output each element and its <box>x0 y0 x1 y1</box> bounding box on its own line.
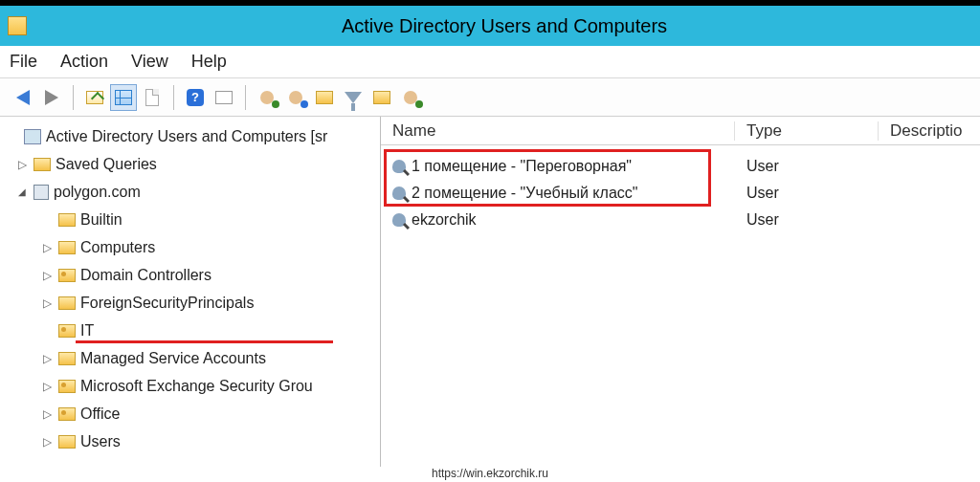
tree-builtin[interactable]: Builtin <box>4 206 376 233</box>
add-to-group-icon <box>404 91 417 104</box>
tree-computers[interactable]: Computers <box>4 233 376 261</box>
folder-icon <box>33 158 51 171</box>
root-icon <box>24 129 41 144</box>
toolbar: ? <box>0 78 980 117</box>
tree-domain-controllers[interactable]: Domain Controllers <box>4 261 376 289</box>
list-header: Name Type Descriptio <box>381 117 980 145</box>
new-ou-button[interactable] <box>311 84 338 111</box>
user-icon <box>392 213 406 227</box>
separator <box>245 85 246 110</box>
expander-icon[interactable] <box>15 158 29 171</box>
tree-fsp[interactable]: ForeignSecurityPrincipals <box>4 289 376 317</box>
page-icon <box>145 89 159 106</box>
user-icon <box>392 160 406 173</box>
tree-label: polygon.com <box>54 184 141 201</box>
app-icon <box>8 16 27 35</box>
tree-it[interactable]: IT <box>4 317 376 344</box>
list-item-type: User <box>735 185 879 202</box>
filter-icon <box>345 92 362 103</box>
tree-office[interactable]: Office <box>4 400 376 427</box>
folder-icon <box>58 296 76 310</box>
ou-icon <box>58 407 76 421</box>
tree-label: Users <box>80 433 121 450</box>
domain-icon <box>33 185 49 200</box>
expander-icon[interactable] <box>40 269 54 282</box>
footer-url: https://win.ekzorchik.ru <box>0 467 980 482</box>
window-title: Active Directory Users and Computers <box>36 15 972 37</box>
list-body: 1 помещение - "Переговорная" User 2 поме… <box>381 145 980 241</box>
new-group-button[interactable] <box>282 84 309 111</box>
tree-saved-queries[interactable]: Saved Queries <box>4 150 376 178</box>
expander-icon[interactable] <box>40 352 54 365</box>
user-icon <box>392 186 406 200</box>
new-group-icon <box>289 91 302 104</box>
find-button[interactable] <box>368 84 395 111</box>
col-header-name[interactable]: Name <box>381 121 735 141</box>
tree-label: Builtin <box>80 211 122 229</box>
help-button[interactable]: ? <box>182 84 209 111</box>
menu-help[interactable]: Help <box>191 52 227 72</box>
help-icon: ? <box>187 89 204 106</box>
tree-label: Computers <box>80 239 155 256</box>
separator <box>173 85 174 110</box>
expander-icon[interactable] <box>40 241 54 254</box>
menubar: File Action View Help <box>0 46 980 78</box>
tree-exchange[interactable]: Microsoft Exchange Security Grou <box>4 372 376 400</box>
folder-icon <box>58 435 76 449</box>
expander-icon[interactable] <box>40 296 54 310</box>
folder-icon <box>58 241 76 254</box>
properties-button[interactable] <box>211 84 237 111</box>
list-item-name: ekzorchik <box>412 211 477 229</box>
titlebar: Active Directory Users and Computers <box>0 6 980 46</box>
list-item[interactable]: ekzorchik User <box>387 207 974 233</box>
expander-blank <box>40 213 54 227</box>
folder-icon <box>58 213 76 227</box>
expander-blank <box>6 130 19 143</box>
expander-icon[interactable] <box>15 186 29 199</box>
content-area: Active Directory Users and Computers [sr… <box>0 117 980 467</box>
ou-icon <box>58 380 76 393</box>
tree-pane: Active Directory Users and Computers [sr… <box>0 117 381 467</box>
new-user-icon <box>260 91 274 104</box>
grid-icon <box>115 90 132 105</box>
ou-icon <box>58 269 76 282</box>
highlight-box <box>384 149 711 207</box>
separator <box>73 85 74 110</box>
filter-button[interactable] <box>340 84 367 111</box>
show-hide-tree-button[interactable] <box>110 84 137 111</box>
tree-msa[interactable]: Managed Service Accounts <box>4 344 376 372</box>
expander-blank <box>40 324 54 338</box>
expander-icon[interactable] <box>40 407 54 421</box>
arrow-right-icon <box>45 90 58 105</box>
tree-label: Domain Controllers <box>80 267 212 284</box>
expander-icon[interactable] <box>40 380 54 393</box>
tree-domain[interactable]: polygon.com <box>4 178 376 206</box>
menu-file[interactable]: File <box>10 52 37 72</box>
up-level-button[interactable] <box>81 84 108 111</box>
folder-icon <box>58 352 76 365</box>
expander-icon[interactable] <box>40 435 54 449</box>
list-item-type: User <box>735 158 879 175</box>
new-ou-icon <box>316 91 333 104</box>
find-icon <box>373 91 390 104</box>
nav-forward-button[interactable] <box>38 84 65 111</box>
col-header-type[interactable]: Type <box>735 121 879 141</box>
tree-users[interactable]: Users <box>4 427 376 455</box>
list-item-type: User <box>735 211 879 229</box>
col-header-description[interactable]: Descriptio <box>879 121 980 141</box>
nav-back-button[interactable] <box>10 84 36 111</box>
export-list-button[interactable] <box>139 84 166 111</box>
tree-label: ForeignSecurityPrincipals <box>80 295 254 312</box>
tree-label: Office <box>80 405 121 423</box>
arrow-left-icon <box>16 90 30 105</box>
menu-action[interactable]: Action <box>60 52 108 72</box>
add-to-group-button[interactable] <box>397 84 424 111</box>
ou-icon <box>58 324 76 338</box>
new-user-button[interactable] <box>254 84 280 111</box>
list-pane: Name Type Descriptio 1 помещение - "Пере… <box>381 117 980 467</box>
up-folder-icon <box>86 91 103 104</box>
tree-label: IT <box>80 322 94 340</box>
menu-view[interactable]: View <box>131 52 168 72</box>
tree-label: Managed Service Accounts <box>80 350 266 367</box>
tree-root[interactable]: Active Directory Users and Computers [sr <box>4 122 376 150</box>
